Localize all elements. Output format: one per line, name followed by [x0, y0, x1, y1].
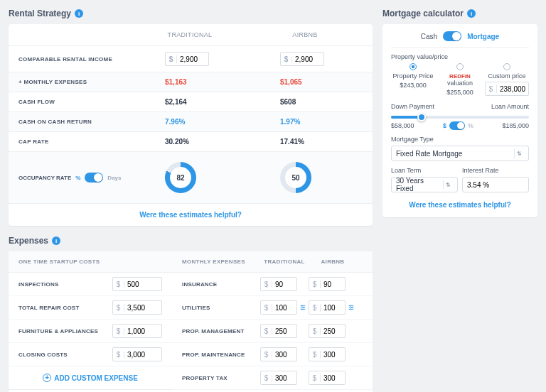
startup-header: ONE TIME STARTUP COSTS — [18, 258, 162, 265]
svg-point-6 — [301, 309, 303, 310]
coc-airbnb: 1.97% — [247, 118, 363, 126]
loan-term-label: Loan Term — [391, 167, 458, 174]
mortgage-title: Mortgage calculator i — [382, 9, 537, 18]
expenses-title: Expenses i — [9, 236, 373, 246]
coc-trad: 7.96% — [132, 118, 247, 126]
monthly-row-label: PROPERTY TAX — [182, 375, 260, 381]
monthly-row-label: PROP. MANAGEMENT — [182, 328, 260, 334]
startup-row-label: FURNITURE & APPLIANCES — [18, 328, 112, 334]
monthly-row: PROP. MAINTENANCE $ $ — [172, 343, 373, 366]
interest-rate-input[interactable] — [462, 177, 529, 192]
info-icon[interactable]: i — [75, 9, 83, 18]
row-label: COMPARABLE RENTAL INCOME — [18, 56, 132, 62]
monthly-col-trad: TRADITIONAL — [260, 258, 309, 265]
mortgage-card: Cash Mortgage Property value/price Prope… — [382, 24, 537, 217]
chevron-updown-icon: ⇅ — [443, 180, 453, 190]
custom-price-input[interactable]: $ — [485, 82, 529, 96]
col-airbnb: AIRBNB — [247, 31, 363, 38]
monthly-airbnb-input[interactable]: $ — [309, 300, 346, 315]
startup-row-input[interactable]: $ — [112, 277, 162, 291]
tune-icon[interactable] — [299, 304, 306, 311]
mortgage-type-select[interactable]: Fixed Rate Mortgage⇅ — [391, 146, 529, 161]
col-traditional: TRADITIONAL — [132, 31, 247, 38]
rental-strategy-title: Rental Strategy i — [9, 9, 373, 18]
interest-rate-label: Interest Rate — [462, 167, 529, 174]
cash-mortgage-toggle[interactable] — [443, 31, 461, 41]
comparable-airbnb-input[interactable]: $ — [280, 52, 324, 66]
monthly-trad-input[interactable]: $ — [260, 300, 297, 315]
info-icon[interactable]: i — [52, 236, 60, 245]
startup-row-label: CLOSING COSTS — [18, 352, 112, 358]
monthly-header: MONTHLY EXPENSES — [182, 258, 260, 265]
radio-redfin[interactable] — [456, 63, 464, 70]
cap-trad: 30.20% — [132, 138, 247, 146]
comparable-trad-input[interactable]: $ — [165, 52, 209, 66]
row-label: CASH ON CASH RETURN — [18, 119, 132, 125]
startup-row: TOTAL REPAIR COST $ — [9, 296, 172, 320]
down-payment-value: $58,000 — [391, 122, 414, 129]
monthly-trad-input[interactable]: $ — [260, 371, 297, 385]
monthly-row: PROP. MANAGEMENT $ $ — [172, 320, 373, 343]
startup-row: CLOSING COSTS $ — [9, 343, 172, 366]
cap-airbnb: 17.41% — [247, 138, 363, 146]
monthly-trad-input[interactable]: $ — [260, 347, 297, 361]
occupancy-toggle[interactable] — [85, 173, 103, 183]
dp-unit-toggle[interactable] — [449, 121, 465, 130]
row-label: CASH FLOW — [18, 99, 132, 105]
monthly-airbnb-input[interactable]: $ — [309, 277, 346, 291]
startup-row-input[interactable]: $ — [112, 300, 162, 315]
monthly-airbnb-input[interactable]: $ — [309, 347, 346, 361]
down-payment-slider[interactable] — [391, 116, 529, 119]
rental-feedback-link[interactable]: Were these estimates helpful? — [9, 203, 373, 226]
monthly-row-label: INSURANCE — [182, 281, 260, 288]
loan-amount-label: Loan Amount — [491, 103, 529, 110]
property-value-label: Property value/price — [391, 53, 529, 60]
monthly-airbnb-input[interactable]: $ — [309, 324, 346, 338]
expenses-trad: $1,163 — [132, 78, 247, 86]
add-startup-expense[interactable]: +ADD CUSTOM EXPENSE — [9, 366, 172, 389]
radio-custom[interactable] — [503, 63, 510, 70]
startup-row: INSPECTIONS $ — [9, 273, 172, 296]
loan-amount-value: $185,000 — [502, 122, 529, 129]
occupancy-label: OCCUPANCY RATE — [18, 175, 71, 181]
expenses-airbnb: $1,065 — [247, 78, 363, 86]
startup-row: FURNITURE & APPLIANCES $ — [9, 320, 172, 343]
monthly-row: UTILITIES $ $ — [172, 296, 373, 320]
row-label: CAP RATE — [18, 138, 132, 145]
monthly-row: INSURANCE $ $ — [172, 273, 373, 296]
cash-label[interactable]: Cash — [421, 33, 437, 40]
startup-row-label: INSPECTIONS — [18, 281, 112, 288]
rental-strategy-card: TRADITIONAL AIRBNB COMPARABLE RENTAL INC… — [9, 24, 373, 226]
monthly-row-label: UTILITIES — [182, 305, 260, 311]
mortgage-type-label: Mortgage Type — [391, 136, 529, 143]
monthly-airbnb-input[interactable]: $ — [309, 371, 346, 385]
occupancy-donut-trad: 82 — [165, 162, 196, 193]
startup-row-input[interactable]: $ — [112, 324, 162, 338]
mortgage-feedback-link[interactable]: Were these estimates helpful? — [391, 192, 529, 210]
chevron-updown-icon: ⇅ — [514, 148, 524, 158]
radio-property-price[interactable] — [410, 63, 417, 70]
tune-icon[interactable] — [348, 304, 355, 311]
down-payment-label: Down Payment — [391, 103, 434, 110]
mortgage-label[interactable]: Mortgage — [467, 33, 499, 40]
occupancy-donut-airbnb: 50 — [280, 162, 311, 193]
svg-point-4 — [301, 305, 303, 307]
loan-term-select[interactable]: 30 Years Fixed⇅ — [391, 177, 458, 192]
monthly-row: PROPERTY TAX $ $ — [172, 366, 373, 390]
svg-point-10 — [350, 305, 351, 307]
expenses-card: ONE TIME STARTUP COSTS INSPECTIONS $TOTA… — [9, 251, 373, 392]
row-label: + MONTHLY EXPENSES — [18, 79, 132, 85]
svg-point-11 — [351, 307, 353, 308]
svg-point-12 — [350, 309, 351, 310]
startup-row-input[interactable]: $ — [112, 347, 162, 361]
monthly-col-airbnb: AIRBNB — [309, 258, 357, 265]
monthly-trad-input[interactable]: $ — [260, 277, 297, 291]
monthly-trad-input[interactable]: $ — [260, 324, 297, 338]
startup-row-label: TOTAL REPAIR COST — [18, 305, 112, 311]
cashflow-airbnb: $608 — [247, 98, 363, 106]
monthly-row-label: PROP. MAINTENANCE — [182, 352, 260, 358]
svg-point-5 — [303, 307, 304, 308]
plus-icon: + — [43, 374, 51, 382]
cashflow-trad: $2,164 — [132, 98, 247, 106]
info-icon[interactable]: i — [467, 9, 476, 18]
